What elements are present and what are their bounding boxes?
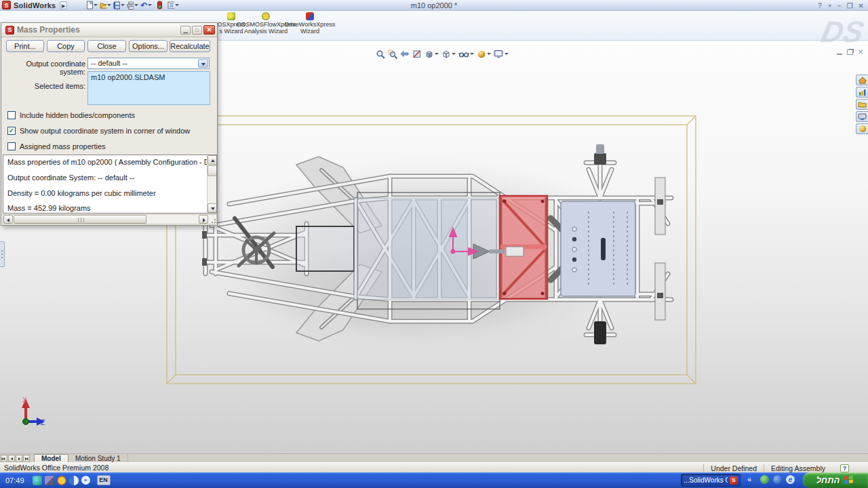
checkbox-assigned-mass[interactable]: Assigned mass properties	[7, 142, 106, 150]
language-indicator[interactable]: EN	[97, 475, 111, 485]
statusbar-edit-mode: Editing Assembly	[764, 464, 832, 472]
task-pane-tabs	[856, 75, 868, 134]
appearances-scenes-icon[interactable]	[856, 123, 868, 134]
recalculate-button[interactable]: Recalculate	[170, 40, 210, 52]
results-horizontal-scrollbar[interactable]	[3, 214, 217, 224]
doc-minimize-button[interactable]	[837, 49, 842, 55]
zoom-area-icon[interactable]	[387, 49, 398, 60]
tab-model[interactable]: Model	[34, 454, 68, 462]
statusbar-constraint-state: Under Defined	[703, 464, 764, 472]
checkbox-box[interactable]	[7, 111, 16, 119]
selected-items-box[interactable]: m10 op2000.SLDASM	[87, 71, 210, 105]
output-cs-label: Output coordinate system:	[1, 60, 85, 76]
titlebar: S SolidWorks ▶ ↶	[0, 0, 868, 11]
design-library-icon[interactable]	[856, 87, 868, 98]
heads-up-view-toolbar	[375, 47, 509, 60]
dialog-size-grip[interactable]	[208, 215, 217, 224]
appearances-icon[interactable]	[476, 49, 492, 60]
doc-restore-button[interactable]	[847, 49, 853, 55]
tray-icon-4[interactable]	[69, 476, 79, 485]
checkbox-include-hidden[interactable]: Include hidden bodies/components	[7, 111, 135, 119]
scroll-right-icon[interactable]	[199, 215, 208, 224]
dialog-minimize-button[interactable]: ▁	[180, 26, 191, 35]
hide-show-items-icon[interactable]	[458, 49, 475, 59]
print-button[interactable]: Print...	[6, 40, 44, 52]
close-button[interactable]: ✕	[859, 2, 864, 9]
mass-properties-results[interactable]: Mass properties of m10 op2000 ( Assembly…	[3, 155, 217, 214]
tab-scroll-prev-button[interactable]	[8, 455, 15, 462]
display-style-icon[interactable]	[441, 49, 456, 60]
view-orientation-icon[interactable]	[424, 49, 439, 60]
tray-icon-2[interactable]	[45, 476, 54, 485]
media-player-icon[interactable]	[773, 475, 782, 484]
scroll-left-icon[interactable]	[3, 215, 13, 224]
result-line: Density = 0.00 kilograms per cubic milli…	[7, 189, 156, 197]
document-window-controls: ✕	[837, 48, 863, 56]
quick-tips-icon[interactable]: ?	[840, 464, 849, 472]
document-title: m10 op2000 *	[0, 1, 868, 9]
options-button[interactable]: Options...	[129, 40, 167, 52]
tray-expand-icon[interactable]: »	[81, 476, 90, 485]
tab-scroll-first-button[interactable]	[1, 455, 7, 462]
file-explorer-icon[interactable]	[856, 99, 868, 110]
tab-motion-study[interactable]: Motion Study 1	[68, 454, 128, 462]
zoom-fit-icon[interactable]	[375, 49, 386, 60]
taskbar-sw-icon: S	[730, 476, 738, 485]
start-label: התחל	[816, 475, 840, 485]
driveworksxpress-icon	[306, 12, 314, 20]
dialog-title: Mass Properties	[17, 25, 179, 35]
copy-button[interactable]: Copy	[47, 40, 85, 52]
result-line: Mass = 452.99 kilograms	[7, 204, 91, 212]
cosmosxpress-icon	[227, 12, 235, 20]
mass-properties-dialog: S Mass Properties ▁ □ ✕ Print... Copy Cl…	[1, 22, 218, 226]
quicklaunch-icon-1[interactable]	[760, 475, 769, 484]
combo-dropdown-icon[interactable]	[198, 59, 208, 68]
driveworksxpress-wizard-button[interactable]: DriveWorksXpressWizard	[281, 12, 339, 40]
results-vertical-scrollbar[interactable]	[207, 155, 216, 213]
section-view-icon[interactable]	[412, 49, 422, 60]
windows-flag-icon	[844, 475, 854, 485]
internet-explorer-icon[interactable]: e	[786, 475, 795, 484]
view-palette-icon[interactable]	[856, 111, 868, 122]
feature-tree-splitter[interactable]	[0, 241, 5, 267]
help-button[interactable]: ?	[818, 2, 822, 9]
dialog-close-icon[interactable]: ✕	[203, 25, 215, 35]
tray-icon-3[interactable]	[57, 476, 66, 485]
dialog-icon: S	[5, 26, 14, 35]
taskbar-solidworks-button[interactable]: ...SolidWorks Offic S	[681, 474, 741, 487]
scroll-up-icon[interactable]	[208, 155, 217, 165]
selected-items-label: Selected items:	[1, 82, 85, 90]
checkbox-box-checked[interactable]: ✓	[7, 127, 16, 135]
tab-scroll-next-button[interactable]	[16, 455, 22, 462]
restore-button[interactable]: ❐	[847, 2, 853, 9]
tray-icon-1[interactable]	[33, 476, 42, 485]
taskbar: 07:49 » EN ...SolidWorks Offic S « e התח…	[0, 472, 868, 488]
statusbar: SolidWorks Office Premium 2008 Under Def…	[0, 462, 868, 472]
cosmosfloxpress-icon	[262, 12, 270, 20]
dialog-maximize-button[interactable]: □	[192, 26, 202, 35]
hscroll-thumb[interactable]	[14, 215, 146, 224]
scroll-thumb[interactable]	[208, 165, 217, 176]
scene-icon[interactable]	[493, 49, 509, 59]
scroll-down-icon[interactable]	[208, 203, 217, 213]
minimize-button[interactable]: –	[837, 2, 842, 9]
output-cs-combobox[interactable]: -- default --	[87, 58, 210, 69]
close-button-dialog[interactable]: Close	[87, 40, 126, 52]
result-line: Mass properties of m10 op2000 ( Assembly…	[7, 158, 217, 166]
quicklaunch-chevron-icon[interactable]: «	[747, 475, 751, 483]
tab-scroll-last-button[interactable]	[23, 455, 30, 462]
checkbox-box[interactable]	[7, 142, 16, 150]
dialog-titlebar[interactable]: S Mass Properties ▁ □ ✕	[1, 23, 217, 37]
help-dropdown-icon[interactable]: ▼	[827, 3, 832, 8]
statusbar-product: SolidWorks Office Premium 2008	[4, 464, 108, 472]
ds-watermark: DS	[818, 15, 867, 49]
taskbar-clock: 07:49	[5, 476, 24, 485]
result-line: Output coordinate System: -- default --	[7, 174, 134, 182]
document-tabs-bar: Model Motion Study 1	[0, 453, 868, 462]
checkbox-show-output-cs[interactable]: ✓ Show output coordinate system in corne…	[7, 127, 190, 135]
doc-close-button[interactable]: ✕	[858, 48, 863, 56]
previous-view-icon[interactable]	[399, 49, 410, 59]
resources-home-icon[interactable]	[856, 75, 868, 85]
quick-launch-right: e	[760, 475, 795, 484]
start-button[interactable]: התחל	[803, 472, 868, 488]
